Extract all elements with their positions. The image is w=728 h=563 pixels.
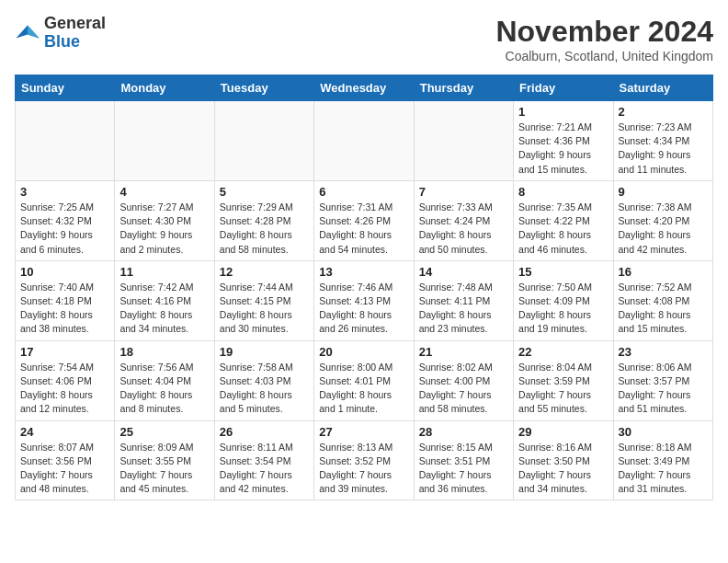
- day-number: 12: [220, 265, 309, 279]
- calendar-cell: [16, 101, 115, 181]
- day-number: 7: [419, 185, 508, 199]
- day-number: 16: [619, 265, 708, 279]
- calendar-cell: 27Sunrise: 8:13 AM Sunset: 3:52 PM Dayli…: [314, 420, 414, 500]
- day-number: 4: [119, 185, 209, 199]
- calendar-cell: 18Sunrise: 7:56 AM Sunset: 4:04 PM Dayli…: [115, 340, 214, 420]
- calendar-cell: 10Sunrise: 7:40 AM Sunset: 4:18 PM Dayli…: [16, 260, 115, 340]
- week-row-1: 1Sunrise: 7:21 AM Sunset: 4:36 PM Daylig…: [16, 101, 713, 181]
- page-header: General Blue November 2024 Coalburn, Sco…: [15, 15, 713, 63]
- calendar-cell: 26Sunrise: 8:11 AM Sunset: 3:54 PM Dayli…: [214, 420, 313, 500]
- logo-text: General Blue: [44, 15, 106, 52]
- calendar-cell: 30Sunrise: 8:18 AM Sunset: 3:49 PM Dayli…: [613, 420, 712, 500]
- day-info: Sunrise: 8:09 AM Sunset: 3:55 PM Dayligh…: [119, 441, 209, 497]
- day-number: 8: [518, 185, 608, 199]
- calendar-cell: 17Sunrise: 7:54 AM Sunset: 4:06 PM Dayli…: [16, 340, 115, 420]
- calendar-cell: 16Sunrise: 7:52 AM Sunset: 4:08 PM Dayli…: [613, 260, 712, 340]
- svg-marker-1: [28, 25, 40, 38]
- day-number: 5: [220, 185, 309, 199]
- calendar-cell: 28Sunrise: 8:15 AM Sunset: 3:51 PM Dayli…: [414, 420, 513, 500]
- day-number: 23: [619, 345, 708, 359]
- day-number: 1: [518, 105, 608, 119]
- calendar-cell: 23Sunrise: 8:06 AM Sunset: 3:57 PM Dayli…: [613, 340, 712, 420]
- weekday-header-sunday: Sunday: [16, 75, 115, 101]
- calendar-cell: 20Sunrise: 8:00 AM Sunset: 4:01 PM Dayli…: [314, 340, 414, 420]
- day-info: Sunrise: 7:23 AM Sunset: 4:34 PM Dayligh…: [619, 121, 708, 177]
- day-info: Sunrise: 8:16 AM Sunset: 3:50 PM Dayligh…: [518, 441, 608, 497]
- calendar-cell: 8Sunrise: 7:35 AM Sunset: 4:22 PM Daylig…: [514, 180, 613, 260]
- day-number: 27: [319, 425, 408, 439]
- month-title: November 2024: [495, 15, 713, 49]
- day-number: 20: [319, 345, 408, 359]
- day-number: 25: [119, 425, 209, 439]
- day-number: 28: [419, 425, 508, 439]
- day-number: 29: [518, 425, 608, 439]
- weekday-header-saturday: Saturday: [613, 75, 712, 101]
- day-number: 11: [119, 265, 209, 279]
- day-info: Sunrise: 7:50 AM Sunset: 4:09 PM Dayligh…: [518, 281, 608, 337]
- day-info: Sunrise: 7:56 AM Sunset: 4:04 PM Dayligh…: [119, 361, 209, 417]
- day-number: 18: [119, 345, 209, 359]
- day-info: Sunrise: 7:31 AM Sunset: 4:26 PM Dayligh…: [319, 201, 408, 257]
- week-row-5: 24Sunrise: 8:07 AM Sunset: 3:56 PM Dayli…: [16, 420, 713, 500]
- day-number: 24: [20, 425, 109, 439]
- calendar-cell: 13Sunrise: 7:46 AM Sunset: 4:13 PM Dayli…: [314, 260, 414, 340]
- day-number: 14: [419, 265, 508, 279]
- day-info: Sunrise: 7:21 AM Sunset: 4:36 PM Dayligh…: [518, 121, 608, 177]
- day-number: 22: [518, 345, 608, 359]
- calendar-cell: 22Sunrise: 8:04 AM Sunset: 3:59 PM Dayli…: [514, 340, 613, 420]
- calendar-table: SundayMondayTuesdayWednesdayThursdayFrid…: [15, 75, 713, 500]
- week-row-3: 10Sunrise: 7:40 AM Sunset: 4:18 PM Dayli…: [16, 260, 713, 340]
- calendar-cell: 12Sunrise: 7:44 AM Sunset: 4:15 PM Dayli…: [214, 260, 313, 340]
- calendar-cell: 6Sunrise: 7:31 AM Sunset: 4:26 PM Daylig…: [314, 180, 414, 260]
- day-number: 6: [319, 185, 408, 199]
- day-info: Sunrise: 8:07 AM Sunset: 3:56 PM Dayligh…: [20, 441, 109, 497]
- day-number: 26: [220, 425, 309, 439]
- week-row-2: 3Sunrise: 7:25 AM Sunset: 4:32 PM Daylig…: [16, 180, 713, 260]
- calendar-cell: 9Sunrise: 7:38 AM Sunset: 4:20 PM Daylig…: [613, 180, 712, 260]
- calendar-cell: 11Sunrise: 7:42 AM Sunset: 4:16 PM Dayli…: [115, 260, 214, 340]
- calendar-cell: 29Sunrise: 8:16 AM Sunset: 3:50 PM Dayli…: [514, 420, 613, 500]
- calendar-cell: 21Sunrise: 8:02 AM Sunset: 4:00 PM Dayli…: [414, 340, 513, 420]
- day-info: Sunrise: 7:35 AM Sunset: 4:22 PM Dayligh…: [518, 201, 608, 257]
- day-info: Sunrise: 8:18 AM Sunset: 3:49 PM Dayligh…: [619, 441, 708, 497]
- day-info: Sunrise: 8:11 AM Sunset: 3:54 PM Dayligh…: [220, 441, 309, 497]
- day-info: Sunrise: 7:54 AM Sunset: 4:06 PM Dayligh…: [20, 361, 109, 417]
- calendar-cell: 15Sunrise: 7:50 AM Sunset: 4:09 PM Dayli…: [514, 260, 613, 340]
- day-info: Sunrise: 7:42 AM Sunset: 4:16 PM Dayligh…: [119, 281, 209, 337]
- day-info: Sunrise: 7:46 AM Sunset: 4:13 PM Dayligh…: [319, 281, 408, 337]
- day-number: 2: [619, 105, 708, 119]
- weekday-header-friday: Friday: [514, 75, 613, 101]
- calendar-cell: 25Sunrise: 8:09 AM Sunset: 3:55 PM Dayli…: [115, 420, 214, 500]
- day-number: 10: [20, 265, 109, 279]
- location: Coalburn, Scotland, United Kingdom: [495, 49, 713, 63]
- calendar-cell: 19Sunrise: 7:58 AM Sunset: 4:03 PM Dayli…: [214, 340, 313, 420]
- calendar-cell: 2Sunrise: 7:23 AM Sunset: 4:34 PM Daylig…: [613, 101, 712, 181]
- day-info: Sunrise: 8:00 AM Sunset: 4:01 PM Dayligh…: [319, 361, 408, 417]
- day-info: Sunrise: 8:13 AM Sunset: 3:52 PM Dayligh…: [319, 441, 408, 497]
- calendar-cell: 7Sunrise: 7:33 AM Sunset: 4:24 PM Daylig…: [414, 180, 513, 260]
- calendar-cell: 4Sunrise: 7:27 AM Sunset: 4:30 PM Daylig…: [115, 180, 214, 260]
- day-info: Sunrise: 7:52 AM Sunset: 4:08 PM Dayligh…: [619, 281, 708, 337]
- day-number: 17: [20, 345, 109, 359]
- calendar-cell: 3Sunrise: 7:25 AM Sunset: 4:32 PM Daylig…: [16, 180, 115, 260]
- day-info: Sunrise: 7:29 AM Sunset: 4:28 PM Dayligh…: [220, 201, 309, 257]
- day-info: Sunrise: 8:04 AM Sunset: 3:59 PM Dayligh…: [518, 361, 608, 417]
- calendar-cell: [414, 101, 513, 181]
- logo: General Blue: [15, 15, 106, 52]
- day-number: 9: [619, 185, 708, 199]
- day-info: Sunrise: 7:27 AM Sunset: 4:30 PM Dayligh…: [119, 201, 209, 257]
- weekday-header-tuesday: Tuesday: [214, 75, 313, 101]
- day-info: Sunrise: 7:25 AM Sunset: 4:32 PM Dayligh…: [20, 201, 109, 257]
- day-info: Sunrise: 7:44 AM Sunset: 4:15 PM Dayligh…: [220, 281, 309, 337]
- title-block: November 2024 Coalburn, Scotland, United…: [495, 15, 713, 63]
- day-info: Sunrise: 7:58 AM Sunset: 4:03 PM Dayligh…: [220, 361, 309, 417]
- day-number: 15: [518, 265, 608, 279]
- calendar-cell: [214, 101, 313, 181]
- day-info: Sunrise: 7:48 AM Sunset: 4:11 PM Dayligh…: [419, 281, 508, 337]
- calendar-cell: 14Sunrise: 7:48 AM Sunset: 4:11 PM Dayli…: [414, 260, 513, 340]
- day-number: 13: [319, 265, 408, 279]
- day-info: Sunrise: 7:40 AM Sunset: 4:18 PM Dayligh…: [20, 281, 109, 337]
- day-number: 3: [20, 185, 109, 199]
- calendar-cell: [115, 101, 214, 181]
- day-info: Sunrise: 8:06 AM Sunset: 3:57 PM Dayligh…: [619, 361, 708, 417]
